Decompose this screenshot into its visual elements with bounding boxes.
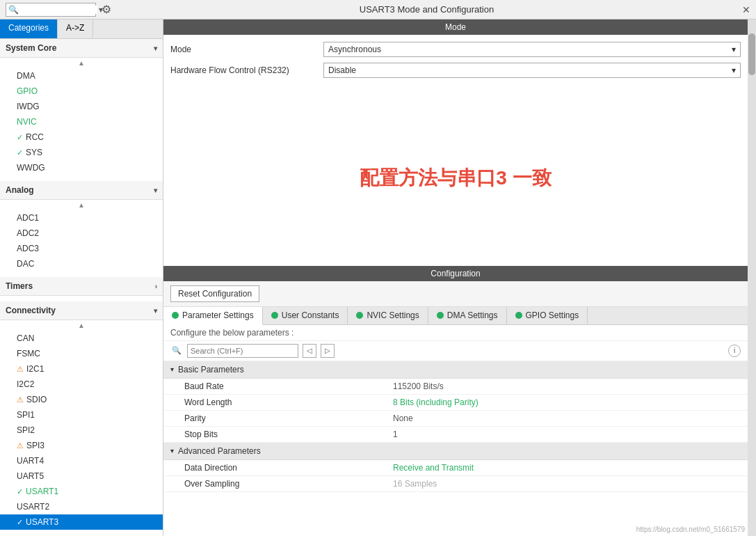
sidebar-item-adc3[interactable]: ADC3: [0, 241, 163, 256]
param-value-stopbits: 1: [393, 429, 398, 439]
sidebar-item-fsmc[interactable]: FSMC: [0, 346, 163, 361]
param-name-stopbits: Stop Bits: [184, 429, 393, 439]
config-toolbar: Reset Configuration: [163, 281, 748, 307]
sidebar-item-gpio[interactable]: GPIO: [0, 84, 163, 99]
section-connectivity-arrow: ▾: [154, 307, 157, 315]
config-tabs-row: Parameter Settings User Constants NVIC S…: [163, 307, 748, 325]
section-timers-label: Timers: [6, 281, 33, 291]
reset-config-button[interactable]: Reset Configuration: [170, 285, 259, 302]
tab-dma-settings[interactable]: DMA Settings: [428, 307, 507, 324]
sidebar-item-usart1[interactable]: ✓ USART1: [0, 484, 163, 499]
flow-select[interactable]: Disable ▾: [323, 63, 741, 78]
sidebar-item-can[interactable]: CAN: [0, 331, 163, 346]
sidebar-item-i2c2[interactable]: I2C2: [0, 377, 163, 392]
sidebar-item-dma-label: DMA: [17, 71, 35, 81]
basic-params-header[interactable]: ▾ Basic Parameters: [163, 361, 748, 379]
sidebar-item-sys[interactable]: ✓ SYS: [0, 145, 163, 160]
sidebar-item-i2c1[interactable]: ⚠ I2C1: [0, 361, 163, 377]
basic-params-arrow: ▾: [170, 365, 174, 373]
gear-icon[interactable]: ⚙: [102, 3, 111, 16]
param-value-oversampling: 16 Samples: [393, 479, 437, 489]
params-search-input[interactable]: [188, 347, 285, 355]
flow-value: Disable: [328, 65, 356, 75]
flow-label: Hardware Flow Control (RS232): [170, 65, 323, 75]
tab-user-constants[interactable]: User Constants: [263, 307, 348, 324]
sidebar-item-dac[interactable]: DAC: [0, 256, 163, 271]
section-timers[interactable]: Timers ›: [0, 277, 163, 296]
scroll-up-connectivity[interactable]: ▲: [0, 320, 163, 331]
main-layout: Categories A->Z System Core ▾ ▲ DMA GPIO…: [0, 19, 756, 536]
right-scrollbar-thumb[interactable]: [748, 33, 755, 75]
params-search-box[interactable]: [187, 344, 298, 358]
param-value-baudrate: 115200 Bits/s: [393, 381, 444, 391]
advanced-params-label: Advanced Parameters: [178, 446, 261, 456]
sidebar-item-adc2-label: ADC2: [17, 228, 39, 238]
sidebar-item-spi2-label: SPI2: [17, 425, 35, 435]
scroll-up-analog[interactable]: ▲: [0, 200, 163, 210]
sidebar-item-gpio-label: GPIO: [17, 86, 38, 96]
sidebar-item-i2c1-label: I2C1: [26, 364, 44, 374]
sidebar-item-iwdg[interactable]: IWDG: [0, 99, 163, 114]
tab-gpio-settings-label: GPIO Settings: [526, 310, 579, 320]
sidebar-item-iwdg-label: IWDG: [17, 102, 40, 111]
center-info-text: 配置方法与串口3 一致: [360, 165, 551, 191]
sidebar-item-usart2[interactable]: USART2: [0, 499, 163, 514]
sidebar-item-dac-label: DAC: [17, 259, 34, 269]
sidebar-item-spi2[interactable]: SPI2: [0, 423, 163, 438]
close-icon[interactable]: ✕: [742, 4, 750, 15]
tab-parameter-settings[interactable]: Parameter Settings: [163, 307, 263, 325]
tab-az[interactable]: A->Z: [58, 19, 93, 38]
right-scrollbar[interactable]: [748, 19, 756, 536]
mode-select[interactable]: Asynchronous ▾: [323, 42, 741, 57]
flow-row: Hardware Flow Control (RS232) Disable ▾: [170, 63, 741, 78]
param-name-baudrate: Baud Rate: [184, 381, 393, 391]
watermark: https://blog.csdn.net/m0_51661579: [636, 526, 745, 533]
sidebar-item-wwdg[interactable]: WWDG: [0, 160, 163, 175]
mode-section: Mode Asynchronous ▾ Hardware Flow Contro…: [163, 35, 748, 90]
section-system-core-label: System Core: [6, 43, 56, 53]
search-box[interactable]: 🔍 ▾: [6, 3, 96, 17]
tab-categories[interactable]: Categories: [0, 19, 58, 38]
sidebar-item-nvic[interactable]: NVIC: [0, 114, 163, 129]
tab-dot-gpio: [515, 312, 522, 319]
sidebar-item-adc2[interactable]: ADC2: [0, 226, 163, 241]
sidebar-item-sdio[interactable]: ⚠ SDIO: [0, 392, 163, 407]
sidebar-item-usart3[interactable]: ✓ USART3: [0, 514, 163, 530]
sidebar-item-spi1[interactable]: SPI1: [0, 407, 163, 423]
sidebar-item-rcc-label: RCC: [26, 132, 44, 142]
search-prev-button[interactable]: ◁: [303, 344, 316, 358]
sidebar-item-uart4-label: UART4: [17, 456, 44, 466]
mode-label: Mode: [170, 45, 323, 54]
param-row-wordlength: Word Length 8 Bits (including Parity): [163, 395, 748, 411]
sidebar-item-uart5[interactable]: UART5: [0, 468, 163, 484]
section-analog-label: Analog: [6, 185, 34, 195]
section-analog[interactable]: Analog ▾: [0, 181, 163, 200]
sidebar-item-rcc[interactable]: ✓ RCC: [0, 129, 163, 145]
flow-dropdown-icon: ▾: [732, 65, 736, 75]
top-bar: 🔍 ▾ ⚙ USART3 Mode and Configuration ✕: [0, 0, 756, 19]
info-icon[interactable]: i: [728, 345, 741, 357]
param-row-datadirection: Data Direction Receive and Transmit: [163, 460, 748, 476]
sidebar-item-uart4[interactable]: UART4: [0, 453, 163, 468]
check-icon-usart1: ✓: [17, 487, 23, 496]
sidebar-item-spi3[interactable]: ⚠ SPI3: [0, 438, 163, 453]
sidebar-item-sys-label: SYS: [26, 148, 42, 157]
search-input[interactable]: [21, 6, 97, 14]
sidebar: Categories A->Z System Core ▾ ▲ DMA GPIO…: [0, 19, 163, 536]
sidebar-content: System Core ▾ ▲ DMA GPIO IWDG NVIC ✓ RCC…: [0, 39, 163, 536]
param-name-oversampling: Over Sampling: [184, 479, 393, 489]
config-header: Configuration: [163, 266, 748, 281]
section-connectivity[interactable]: Connectivity ▾: [0, 301, 163, 320]
advanced-params-header[interactable]: ▾ Advanced Parameters: [163, 443, 748, 460]
scroll-up-system[interactable]: ▲: [0, 58, 163, 68]
tab-dot-nvic: [356, 312, 363, 319]
tab-nvic-settings[interactable]: NVIC Settings: [348, 307, 428, 324]
sidebar-item-dma[interactable]: DMA: [0, 68, 163, 84]
section-system-core[interactable]: System Core ▾: [0, 39, 163, 58]
param-value-wordlength: 8 Bits (including Parity): [393, 397, 478, 407]
search-next-button[interactable]: ▷: [321, 344, 335, 358]
tab-gpio-settings[interactable]: GPIO Settings: [507, 307, 588, 324]
sidebar-item-adc1[interactable]: ADC1: [0, 210, 163, 226]
params-search-row: 🔍 ◁ ▷ i: [163, 341, 748, 361]
param-name-wordlength: Word Length: [184, 397, 393, 407]
